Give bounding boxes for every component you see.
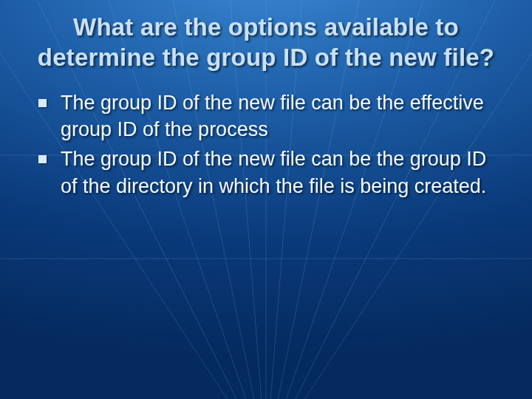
bullet-list: The group ID of the new file can be the … [30, 89, 502, 200]
slide: What are the options available to determ… [0, 0, 532, 399]
list-item: The group ID of the new file can be the … [35, 89, 497, 143]
slide-title: What are the options available to determ… [30, 12, 502, 73]
list-item: The group ID of the new file can be the … [35, 146, 497, 200]
